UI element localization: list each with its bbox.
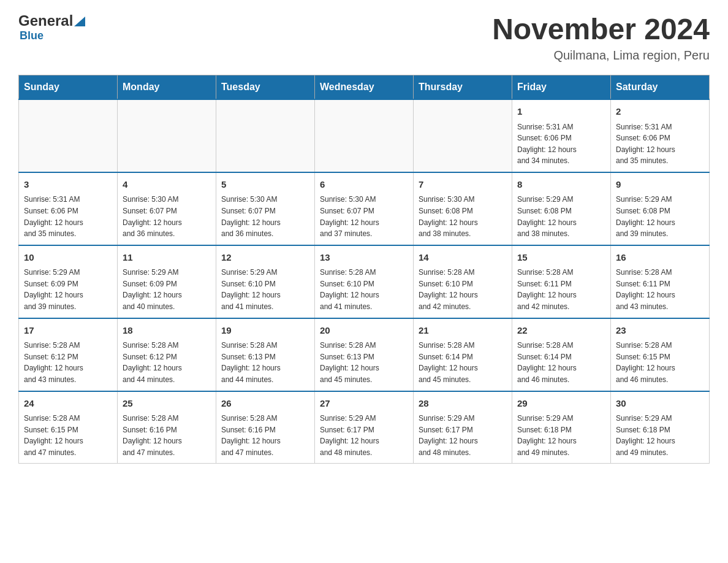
calendar-cell: 7Sunrise: 5:30 AMSunset: 6:08 PMDaylight… (414, 172, 512, 245)
day-number: 25 (123, 397, 211, 411)
calendar-cell (216, 99, 315, 172)
day-number: 19 (221, 324, 309, 338)
day-number: 2 (616, 105, 704, 119)
day-number: 16 (616, 251, 704, 265)
logo-blue: Blue (20, 29, 44, 42)
day-number: 20 (320, 324, 408, 338)
day-info: Sunrise: 5:29 AMSunset: 6:18 PMDaylight:… (517, 413, 605, 458)
day-info: Sunrise: 5:28 AMSunset: 6:13 PMDaylight:… (221, 340, 309, 385)
day-info: Sunrise: 5:29 AMSunset: 6:08 PMDaylight:… (616, 194, 704, 239)
day-number: 12 (221, 251, 309, 265)
calendar-cell (118, 99, 216, 172)
day-info: Sunrise: 5:28 AMSunset: 6:10 PMDaylight:… (419, 267, 507, 312)
calendar-cell: 14Sunrise: 5:28 AMSunset: 6:10 PMDayligh… (414, 245, 512, 318)
day-number: 28 (419, 397, 507, 411)
weekday-header-saturday: Saturday (611, 75, 710, 100)
day-info: Sunrise: 5:29 AMSunset: 6:17 PMDaylight:… (320, 413, 408, 458)
calendar-week-4: 17Sunrise: 5:28 AMSunset: 6:12 PMDayligh… (19, 318, 710, 391)
day-info: Sunrise: 5:29 AMSunset: 6:17 PMDaylight:… (419, 413, 507, 458)
calendar-cell: 11Sunrise: 5:29 AMSunset: 6:09 PMDayligh… (118, 245, 216, 318)
day-number: 4 (123, 178, 211, 192)
svg-marker-0 (74, 17, 85, 26)
calendar-cell: 20Sunrise: 5:28 AMSunset: 6:13 PMDayligh… (315, 318, 414, 391)
day-number: 24 (24, 397, 112, 411)
day-info: Sunrise: 5:31 AMSunset: 6:06 PMDaylight:… (24, 194, 112, 239)
calendar-cell: 5Sunrise: 5:30 AMSunset: 6:07 PMDaylight… (216, 172, 315, 245)
day-info: Sunrise: 5:30 AMSunset: 6:07 PMDaylight:… (320, 194, 408, 239)
day-info: Sunrise: 5:29 AMSunset: 6:09 PMDaylight:… (24, 267, 112, 312)
day-number: 23 (616, 324, 704, 338)
calendar-cell: 17Sunrise: 5:28 AMSunset: 6:12 PMDayligh… (19, 318, 118, 391)
day-number: 7 (419, 178, 507, 192)
title-section: November 2024 Quilmana, Lima region, Per… (492, 12, 710, 63)
calendar-cell: 2Sunrise: 5:31 AMSunset: 6:06 PMDaylight… (611, 99, 710, 172)
day-info: Sunrise: 5:28 AMSunset: 6:16 PMDaylight:… (221, 413, 309, 458)
calendar-cell: 18Sunrise: 5:28 AMSunset: 6:12 PMDayligh… (118, 318, 216, 391)
calendar-cell: 26Sunrise: 5:28 AMSunset: 6:16 PMDayligh… (216, 391, 315, 464)
weekday-header-thursday: Thursday (414, 75, 512, 100)
calendar-cell: 10Sunrise: 5:29 AMSunset: 6:09 PMDayligh… (19, 245, 118, 318)
day-info: Sunrise: 5:30 AMSunset: 6:07 PMDaylight:… (221, 194, 309, 239)
calendar-cell (315, 99, 414, 172)
calendar-cell: 15Sunrise: 5:28 AMSunset: 6:11 PMDayligh… (512, 245, 611, 318)
day-number: 26 (221, 397, 309, 411)
day-number: 22 (517, 324, 605, 338)
day-number: 11 (123, 251, 211, 265)
day-info: Sunrise: 5:28 AMSunset: 6:15 PMDaylight:… (24, 413, 112, 458)
calendar-cell: 16Sunrise: 5:28 AMSunset: 6:11 PMDayligh… (611, 245, 710, 318)
weekday-header-tuesday: Tuesday (216, 75, 315, 100)
weekday-header-friday: Friday (512, 75, 611, 100)
calendar-cell: 1Sunrise: 5:31 AMSunset: 6:06 PMDaylight… (512, 99, 611, 172)
day-info: Sunrise: 5:28 AMSunset: 6:15 PMDaylight:… (616, 340, 704, 385)
weekday-header-monday: Monday (118, 75, 216, 100)
calendar-cell: 19Sunrise: 5:28 AMSunset: 6:13 PMDayligh… (216, 318, 315, 391)
day-number: 15 (517, 251, 605, 265)
day-number: 27 (320, 397, 408, 411)
calendar-week-5: 24Sunrise: 5:28 AMSunset: 6:15 PMDayligh… (19, 391, 710, 464)
calendar-cell: 24Sunrise: 5:28 AMSunset: 6:15 PMDayligh… (19, 391, 118, 464)
calendar-cell: 28Sunrise: 5:29 AMSunset: 6:17 PMDayligh… (414, 391, 512, 464)
day-info: Sunrise: 5:28 AMSunset: 6:11 PMDaylight:… (517, 267, 605, 312)
day-info: Sunrise: 5:28 AMSunset: 6:14 PMDaylight:… (517, 340, 605, 385)
day-info: Sunrise: 5:29 AMSunset: 6:10 PMDaylight:… (221, 267, 309, 312)
day-number: 29 (517, 397, 605, 411)
logo-triangle-icon (74, 17, 85, 26)
weekday-header-wednesday: Wednesday (315, 75, 414, 100)
day-number: 5 (221, 178, 309, 192)
day-number: 21 (419, 324, 507, 338)
day-info: Sunrise: 5:28 AMSunset: 6:11 PMDaylight:… (616, 267, 704, 312)
calendar-subtitle: Quilmana, Lima region, Peru (492, 48, 710, 63)
day-info: Sunrise: 5:28 AMSunset: 6:16 PMDaylight:… (123, 413, 211, 458)
calendar-cell (414, 99, 512, 172)
day-number: 10 (24, 251, 112, 265)
day-number: 8 (517, 178, 605, 192)
calendar-week-2: 3Sunrise: 5:31 AMSunset: 6:06 PMDaylight… (19, 172, 710, 245)
day-info: Sunrise: 5:30 AMSunset: 6:07 PMDaylight:… (123, 194, 211, 239)
calendar-title: November 2024 (492, 12, 710, 46)
calendar-cell: 3Sunrise: 5:31 AMSunset: 6:06 PMDaylight… (19, 172, 118, 245)
day-number: 17 (24, 324, 112, 338)
calendar-cell: 29Sunrise: 5:29 AMSunset: 6:18 PMDayligh… (512, 391, 611, 464)
day-info: Sunrise: 5:28 AMSunset: 6:12 PMDaylight:… (123, 340, 211, 385)
day-number: 30 (616, 397, 704, 411)
day-info: Sunrise: 5:28 AMSunset: 6:10 PMDaylight:… (320, 267, 408, 312)
day-info: Sunrise: 5:28 AMSunset: 6:12 PMDaylight:… (24, 340, 112, 385)
calendar-week-1: 1Sunrise: 5:31 AMSunset: 6:06 PMDaylight… (19, 99, 710, 172)
calendar-cell: 25Sunrise: 5:28 AMSunset: 6:16 PMDayligh… (118, 391, 216, 464)
weekday-header-sunday: Sunday (19, 75, 118, 100)
day-number: 13 (320, 251, 408, 265)
calendar-table: SundayMondayTuesdayWednesdayThursdayFrid… (18, 75, 710, 464)
day-info: Sunrise: 5:31 AMSunset: 6:06 PMDaylight:… (517, 121, 605, 167)
calendar-cell: 6Sunrise: 5:30 AMSunset: 6:07 PMDaylight… (315, 172, 414, 245)
day-number: 18 (123, 324, 211, 338)
calendar-cell: 8Sunrise: 5:29 AMSunset: 6:08 PMDaylight… (512, 172, 611, 245)
day-info: Sunrise: 5:28 AMSunset: 6:14 PMDaylight:… (419, 340, 507, 385)
calendar-cell: 22Sunrise: 5:28 AMSunset: 6:14 PMDayligh… (512, 318, 611, 391)
day-info: Sunrise: 5:29 AMSunset: 6:18 PMDaylight:… (616, 413, 704, 458)
calendar-cell: 4Sunrise: 5:30 AMSunset: 6:07 PMDaylight… (118, 172, 216, 245)
calendar-cell: 30Sunrise: 5:29 AMSunset: 6:18 PMDayligh… (611, 391, 710, 464)
calendar-cell: 9Sunrise: 5:29 AMSunset: 6:08 PMDaylight… (611, 172, 710, 245)
logo-general: General (18, 12, 73, 29)
day-info: Sunrise: 5:28 AMSunset: 6:13 PMDaylight:… (320, 340, 408, 385)
calendar-cell: 23Sunrise: 5:28 AMSunset: 6:15 PMDayligh… (611, 318, 710, 391)
